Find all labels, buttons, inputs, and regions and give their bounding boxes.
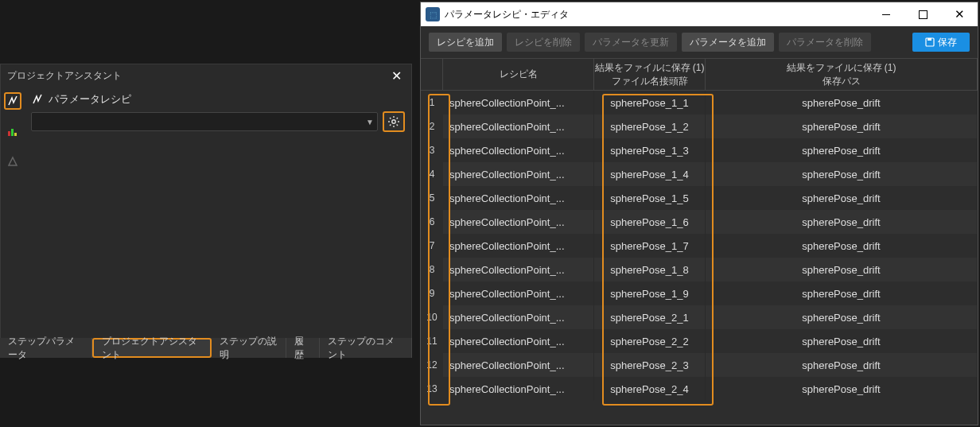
cell-recipe-name[interactable]: sphereCollectionPoint_... — [443, 305, 594, 329]
col-header-path[interactable]: 結果をファイルに保存 (1) 保存パス — [706, 59, 978, 90]
app-icon: ⬚ — [426, 7, 440, 21]
cell-recipe-name[interactable]: sphereCollectionPoint_... — [443, 281, 594, 305]
bars-tab-icon[interactable] — [4, 122, 21, 140]
recipe-editor-window: ⬚ パラメータレシピ・エディタ ✕ レシピを追加 レシピを削除 パラメータを更新… — [420, 2, 978, 425]
cell-prefix[interactable]: spherePose_1_1 — [594, 91, 706, 115]
cell-prefix[interactable]: spherePose_2_2 — [594, 329, 706, 353]
row-number[interactable]: 2 — [421, 115, 443, 138]
recipe-tab-icon[interactable] — [4, 92, 21, 110]
cell-path[interactable]: spherePose_drift — [706, 329, 978, 353]
table-row[interactable]: 5sphereCollectionPoint_...spherePose_1_5… — [421, 186, 978, 210]
cell-recipe-name[interactable]: sphereCollectionPoint_... — [443, 234, 594, 258]
tab-step-comment[interactable]: ステップのコメント — [320, 338, 412, 358]
cell-path[interactable]: spherePose_drift — [706, 258, 978, 281]
panel-content: パラメータレシピ ▼ — [25, 87, 411, 358]
table-row[interactable]: 7sphereCollectionPoint_...spherePose_1_7… — [421, 234, 978, 258]
cell-prefix[interactable]: spherePose_1_3 — [594, 138, 706, 162]
row-number[interactable]: 6 — [421, 210, 443, 234]
cell-path[interactable]: spherePose_drift — [706, 210, 978, 234]
add-param-button[interactable]: パラメータを追加 — [682, 33, 774, 52]
cell-path[interactable]: spherePose_drift — [706, 115, 978, 138]
panel-title: プロジェクトアシスタント — [7, 69, 122, 83]
tab-project-assistant[interactable]: プロジェクトアシスタント — [92, 338, 212, 358]
cell-prefix[interactable]: spherePose_1_2 — [594, 115, 706, 138]
cell-prefix[interactable]: spherePose_2_1 — [594, 305, 706, 329]
gear-icon — [387, 115, 400, 128]
add-recipe-button[interactable]: レシピを追加 — [429, 33, 502, 52]
cell-recipe-name[interactable]: sphereCollectionPoint_... — [443, 162, 594, 186]
svg-rect-1 — [11, 129, 14, 136]
tab-history[interactable]: 履歴 — [286, 338, 320, 358]
tab-step-desc[interactable]: ステップの説明 — [212, 338, 287, 358]
table-row[interactable]: 11sphereCollectionPoint_...spherePose_2_… — [421, 329, 978, 353]
close-icon[interactable]: ✕ — [388, 68, 405, 83]
window-titlebar[interactable]: ⬚ パラメータレシピ・エディタ ✕ — [421, 2, 978, 26]
cell-prefix[interactable]: spherePose_1_7 — [594, 234, 706, 258]
cell-prefix[interactable]: spherePose_1_4 — [594, 162, 706, 186]
cell-prefix[interactable]: spherePose_1_5 — [594, 186, 706, 210]
table-row[interactable]: 9sphereCollectionPoint_...spherePose_1_9… — [421, 281, 978, 305]
table-row[interactable]: 13sphereCollectionPoint_...spherePose_2_… — [421, 377, 978, 401]
maximize-button[interactable] — [904, 2, 941, 26]
cell-prefix[interactable]: spherePose_1_8 — [594, 258, 706, 281]
cell-path[interactable]: spherePose_drift — [706, 234, 978, 258]
row-number[interactable]: 13 — [421, 377, 443, 401]
tab-step-params[interactable]: ステップパラメータ — [0, 338, 92, 358]
cell-recipe-name[interactable]: sphereCollectionPoint_... — [443, 258, 594, 281]
settings-button[interactable] — [383, 111, 405, 132]
row-number[interactable]: 9 — [421, 281, 443, 305]
cell-prefix[interactable]: spherePose_2_4 — [594, 377, 706, 401]
side-tabs — [1, 87, 25, 358]
row-number[interactable]: 5 — [421, 186, 443, 210]
cell-recipe-name[interactable]: sphereCollectionPoint_... — [443, 186, 594, 210]
table-row[interactable]: 8sphereCollectionPoint_...spherePose_1_8… — [421, 258, 978, 281]
cell-recipe-name[interactable]: sphereCollectionPoint_... — [443, 115, 594, 138]
shape-tab-icon[interactable] — [4, 153, 21, 170]
project-assistant-panel: プロジェクトアシスタント ✕ パラメータレシピ — [0, 64, 412, 358]
save-button[interactable]: 保存 — [912, 33, 970, 52]
cell-prefix[interactable]: spherePose_1_6 — [594, 210, 706, 234]
table-row[interactable]: 2sphereCollectionPoint_...spherePose_1_2… — [421, 115, 978, 138]
cell-recipe-name[interactable]: sphereCollectionPoint_... — [443, 353, 594, 377]
delete-param-button[interactable]: パラメータを削除 — [779, 33, 871, 52]
cell-recipe-name[interactable]: sphereCollectionPoint_... — [443, 329, 594, 353]
table-row[interactable]: 10sphereCollectionPoint_...spherePose_2_… — [421, 305, 978, 329]
cell-path[interactable]: spherePose_drift — [706, 305, 978, 329]
cell-path[interactable]: spherePose_drift — [706, 91, 978, 115]
cell-path[interactable]: spherePose_drift — [706, 162, 978, 186]
cell-path[interactable]: spherePose_drift — [706, 353, 978, 377]
row-number[interactable]: 11 — [421, 329, 443, 353]
cell-path[interactable]: spherePose_drift — [706, 138, 978, 162]
update-param-button[interactable]: パラメータを更新 — [585, 33, 677, 52]
cell-path[interactable]: spherePose_drift — [706, 281, 978, 305]
cell-path[interactable]: spherePose_drift — [706, 377, 978, 401]
cell-recipe-name[interactable]: sphereCollectionPoint_... — [443, 210, 594, 234]
cell-recipe-name[interactable]: sphereCollectionPoint_... — [443, 91, 594, 115]
table-row[interactable]: 1sphereCollectionPoint_...spherePose_1_1… — [421, 91, 978, 115]
cell-prefix[interactable]: spherePose_1_9 — [594, 281, 706, 305]
svg-marker-3 — [9, 157, 17, 165]
cell-path[interactable]: spherePose_drift — [706, 186, 978, 210]
recipe-table: レシピ名 結果をファイルに保存 (1) ファイル名接頭辞 結果をファイルに保存 … — [421, 58, 978, 425]
row-number[interactable]: 7 — [421, 234, 443, 258]
table-row[interactable]: 12sphereCollectionPoint_...spherePose_2_… — [421, 353, 978, 377]
row-number[interactable]: 3 — [421, 138, 443, 162]
col-header-name[interactable]: レシピ名 — [443, 59, 594, 90]
table-row[interactable]: 6sphereCollectionPoint_...spherePose_1_6… — [421, 210, 978, 234]
row-number[interactable]: 1 — [421, 91, 443, 115]
svg-point-4 — [392, 120, 395, 123]
delete-recipe-button[interactable]: レシピを削除 — [507, 33, 580, 52]
recipe-dropdown[interactable]: ▼ — [31, 112, 378, 131]
close-button[interactable]: ✕ — [941, 2, 978, 26]
col-header-prefix[interactable]: 結果をファイルに保存 (1) ファイル名接頭辞 — [594, 59, 706, 90]
cell-prefix[interactable]: spherePose_2_3 — [594, 353, 706, 377]
cell-recipe-name[interactable]: sphereCollectionPoint_... — [443, 377, 594, 401]
row-number[interactable]: 12 — [421, 353, 443, 377]
table-row[interactable]: 4sphereCollectionPoint_...spherePose_1_4… — [421, 162, 978, 186]
table-row[interactable]: 3sphereCollectionPoint_...spherePose_1_3… — [421, 138, 978, 162]
row-number[interactable]: 4 — [421, 162, 443, 186]
row-number[interactable]: 10 — [421, 305, 443, 329]
cell-recipe-name[interactable]: sphereCollectionPoint_... — [443, 138, 594, 162]
minimize-button[interactable] — [868, 2, 904, 26]
row-number[interactable]: 8 — [421, 258, 443, 281]
